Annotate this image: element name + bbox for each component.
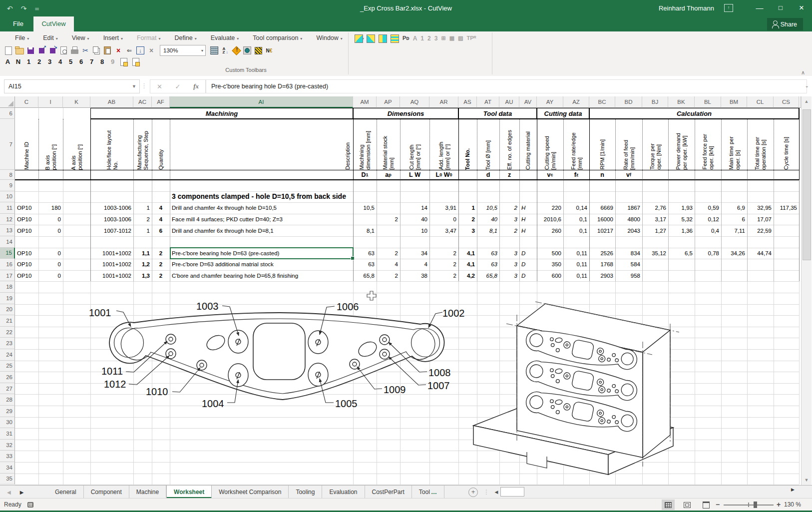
cell-AY15[interactable]: 500	[537, 248, 563, 259]
macro-record-icon[interactable]	[27, 502, 33, 508]
close-icon[interactable]: ×	[147, 46, 156, 55]
column-header-AQ[interactable]: AQ	[400, 96, 429, 108]
sheet-export-icon[interactable]	[131, 57, 140, 66]
row-header-24[interactable]: 24	[0, 349, 15, 361]
cell-AU13[interactable]: 2	[499, 225, 519, 236]
menu-format[interactable]: Format▾	[130, 34, 168, 41]
sheet-tab-worksheet-comparison[interactable]: Worksheet Comparison	[212, 486, 289, 499]
column-header-I[interactable]: I	[38, 96, 63, 108]
share-button[interactable]: Share	[767, 18, 803, 30]
column-header-AI[interactable]: AI	[170, 96, 353, 108]
row-header-21[interactable]: 21	[0, 315, 15, 327]
cell-BC11[interactable]: 6669	[589, 202, 615, 214]
cell-AP15[interactable]: 2	[377, 248, 400, 259]
print-preview-icon[interactable]	[59, 46, 68, 55]
menu-insert[interactable]: Insert▾	[96, 34, 130, 41]
cell-BD11[interactable]: 1867	[615, 202, 642, 214]
cell-I11[interactable]: 180	[38, 202, 63, 214]
column-header-AF[interactable]: AF	[152, 96, 170, 108]
cell-AB16[interactable]: 1001+1002	[90, 259, 133, 270]
tool-c-icon[interactable]	[379, 34, 387, 43]
cell-AF13[interactable]: 6	[152, 225, 170, 236]
row-header-17[interactable]: 17	[0, 270, 15, 282]
cell-AS16[interactable]: 4,1	[458, 259, 477, 270]
tools-icon[interactable]	[254, 46, 263, 55]
cell-AB13[interactable]: 1007-1012	[90, 225, 133, 236]
cell-I17[interactable]: 0	[38, 270, 63, 282]
cell-C16[interactable]: OP10	[15, 259, 38, 270]
tab-file[interactable]: File	[5, 16, 31, 31]
row-header-15[interactable]: 15	[0, 248, 15, 259]
menu-window[interactable]: Window▾	[309, 34, 349, 41]
column-header-AV[interactable]: AV	[519, 96, 537, 108]
formula-input[interactable]: Pre-c'bore bearing hole D=63 (pre-casted…	[206, 79, 807, 93]
column-header-AS[interactable]: AS	[458, 96, 477, 108]
cell-BC15[interactable]: 2526	[589, 248, 615, 259]
cell-AY17[interactable]: 600	[537, 270, 563, 282]
cell-AV15[interactable]: D	[519, 248, 537, 259]
row-header-18[interactable]: 18	[0, 281, 15, 293]
sheet-tab-evaluation[interactable]: Evaluation	[322, 486, 365, 499]
cell-BK15[interactable]: 6,5	[668, 248, 695, 259]
cell-BC16[interactable]: 1768	[589, 259, 615, 270]
column-header-BM[interactable]: BM	[721, 96, 747, 108]
row-header-20[interactable]: 20	[0, 304, 15, 316]
row-header-14[interactable]: 14	[0, 236, 15, 248]
zoom-slider-thumb[interactable]	[754, 502, 757, 508]
horizontal-scrollbar[interactable]: ◀	[492, 487, 524, 497]
save-export-icon[interactable]: ↘	[48, 46, 57, 55]
format-button-9[interactable]: 9	[109, 58, 116, 65]
cell-BC12[interactable]: 16000	[589, 214, 615, 225]
cell-BD16[interactable]: 584	[615, 259, 642, 270]
cell-AT11[interactable]: 10,5	[477, 202, 499, 214]
cell-AF15[interactable]: 2	[152, 248, 170, 259]
format-button-3[interactable]: 3	[46, 58, 53, 65]
row-header-32[interactable]: 32	[0, 440, 15, 451]
cell-BL12[interactable]: 0,12	[695, 214, 721, 225]
cell-I15[interactable]: 0	[38, 248, 63, 259]
cell-BM12[interactable]: 6	[721, 214, 747, 225]
column-header-BK[interactable]: BK	[668, 96, 695, 108]
cell-AU16[interactable]: 3	[499, 259, 519, 270]
new-icon[interactable]	[4, 46, 13, 55]
cell-AR11[interactable]: 3,91	[429, 202, 458, 214]
normal-view-button[interactable]	[662, 500, 675, 510]
cell-AV16[interactable]: D	[519, 259, 537, 270]
sheet-tab-tooling[interactable]: Tooling	[289, 486, 322, 499]
sheet-import-icon[interactable]	[119, 57, 128, 66]
cell-AT16[interactable]: 63	[477, 259, 499, 270]
scroll-left-icon[interactable]: ◀	[492, 490, 500, 495]
column-header-CL[interactable]: CL	[747, 96, 774, 108]
cell-AR13[interactable]: 3,47	[429, 225, 458, 236]
cell-I13[interactable]: 0	[38, 225, 63, 236]
tab-cutview[interactable]: CutView	[33, 16, 73, 31]
cell-AV17[interactable]: D	[519, 270, 537, 282]
format-button-6[interactable]: 6	[77, 58, 85, 65]
sheet-tab-worksheet[interactable]: Worksheet	[166, 486, 212, 499]
cell-AT13[interactable]: 8,1	[477, 225, 499, 236]
scroll-right-icon[interactable]: ▶	[791, 487, 795, 492]
cell-BM11[interactable]: 6,9	[721, 202, 747, 214]
cell-C13[interactable]: OP10	[15, 225, 38, 236]
tool-b-icon[interactable]	[367, 34, 375, 43]
chevron-down-icon[interactable]: ▼	[132, 84, 139, 89]
name-box[interactable]: AI15 ▼	[4, 79, 140, 93]
cell-AQ16[interactable]: 4	[400, 259, 429, 270]
cell-AC17[interactable]: 1,3	[133, 270, 152, 282]
cell-I12[interactable]: 0	[38, 214, 63, 225]
cell-BM13[interactable]: 7,11	[721, 225, 747, 236]
cell-BL13[interactable]: 0,4	[695, 225, 721, 236]
cell-AV12[interactable]: H	[519, 214, 537, 225]
insert-cells-icon[interactable]: ⇐	[125, 46, 134, 55]
row-header-33[interactable]: 33	[0, 451, 15, 462]
cell-AY11[interactable]: 220	[537, 202, 563, 214]
cell-AQ17[interactable]: 38	[400, 270, 429, 282]
column-header-AT[interactable]: AT	[477, 96, 499, 108]
cell-AS17[interactable]: 4,2	[458, 270, 477, 282]
cell-AZ17[interactable]: 0,11	[563, 270, 589, 282]
column-header-K[interactable]: K	[63, 96, 90, 108]
cell-AB15[interactable]: 1001+1002	[90, 248, 133, 259]
cell-AZ12[interactable]: 0,1	[563, 214, 589, 225]
scroll-up-icon[interactable]: ▲	[802, 99, 812, 104]
row-header-7[interactable]: 7	[0, 119, 15, 170]
